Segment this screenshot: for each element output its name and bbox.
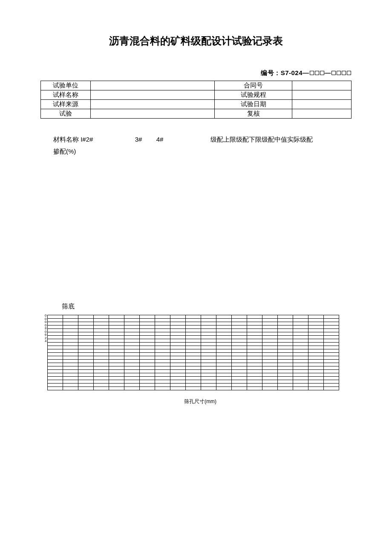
label-contract-no: 合同号 — [215, 81, 292, 90]
label-sample-name: 试样名称 — [41, 90, 91, 100]
label-reviewer: 复核 — [215, 109, 292, 119]
placeholder-box — [331, 71, 336, 75]
placeholder-box — [342, 71, 346, 75]
chart-grid — [47, 315, 339, 390]
value-test-date — [292, 100, 352, 109]
label-test-date: 试验日期 — [215, 100, 292, 109]
value-test-unit — [90, 81, 215, 90]
table-row: 试样来源 试验日期 — [41, 100, 352, 109]
y-tick: 4 — [45, 340, 46, 343]
table-row: 试验 复核 — [41, 109, 352, 119]
col-3: 3# — [135, 136, 142, 143]
table-row: 试验单位 合同号 — [41, 81, 352, 90]
value-sample-source — [90, 100, 215, 109]
gradation-header: 级配上限级配下限级配中值实际级配 — [210, 134, 313, 145]
value-contract-no — [292, 81, 352, 90]
material-header: 材料名称 I#2# 3# 4# 级配上限级配下限级配中值实际级配 掺配(%) — [40, 134, 352, 157]
placeholder-box — [315, 71, 319, 75]
info-table: 试验单位 合同号 试样名称 试验规程 试样来源 试验日期 试验 复核 — [40, 81, 352, 119]
x-axis-label: 筛孔尺寸(mm) — [40, 398, 352, 405]
label-sample-source: 试样来源 — [41, 100, 91, 109]
label-tester: 试验 — [41, 109, 91, 119]
label-test-unit: 试验单位 — [41, 81, 91, 90]
doc-no-prefix: 编号：S7-024— — [261, 69, 309, 76]
placeholder-box — [320, 71, 324, 75]
label-test-spec: 试验规程 — [215, 90, 292, 100]
mix-ratio-label: 掺配(%) — [53, 145, 339, 157]
chart-area: 000080624 — [45, 315, 352, 390]
value-sample-name — [90, 90, 215, 100]
material-name-label: 材料名称 I#2# — [53, 136, 93, 143]
placeholder-box — [310, 71, 314, 75]
placeholder-box — [337, 71, 341, 75]
document-number: 编号：S7-024—— — [40, 69, 352, 77]
value-reviewer — [292, 109, 352, 119]
page-title: 沥青混合料的矿料级配设计试验记录表 — [40, 34, 352, 48]
col-4: 4# — [156, 136, 164, 143]
table-row: 试样名称 试验规程 — [41, 90, 352, 100]
value-test-spec — [292, 90, 352, 100]
value-tester — [90, 109, 215, 119]
placeholder-box — [347, 71, 351, 75]
sieve-bottom-label: 筛底 — [40, 302, 352, 311]
